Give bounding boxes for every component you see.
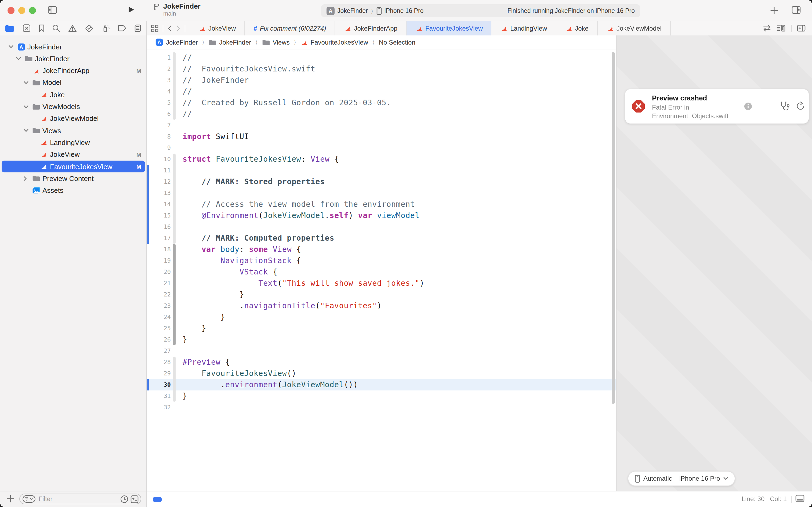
close-window-button[interactable]	[7, 7, 14, 14]
code-line-10[interactable]: 10struct FavouriteJokesView: View {	[147, 154, 616, 165]
code-line-15[interactable]: 15 @Environment(JokeViewModel.self) var …	[147, 210, 616, 221]
scheme-name[interactable]: JokeFinder	[337, 7, 368, 14]
code-line-25[interactable]: 25 }	[147, 323, 616, 334]
debug-navigator-icon[interactable]	[101, 24, 110, 33]
forward-icon[interactable]	[176, 25, 180, 32]
code-line-17[interactable]: 17 // MARK: Computed properties	[147, 233, 616, 244]
issues-navigator-icon[interactable]	[68, 24, 77, 32]
tree-item-JokeFinder[interactable]: JokeFinder	[0, 53, 147, 65]
code-line-9[interactable]: 9	[147, 142, 616, 154]
tree-item-JokeViewModel[interactable]: JokeViewModel	[0, 113, 147, 125]
code-line-18[interactable]: 18 var body: some View {	[147, 244, 616, 255]
tree-item-LandingView[interactable]: LandingView	[0, 137, 147, 149]
code-line-21[interactable]: 21 Text("This will show saved jokes.")	[147, 278, 616, 289]
toggle-left-sidebar-icon[interactable]	[48, 6, 57, 14]
code-line-30[interactable]: 30 .environment(JokeViewModel())	[147, 379, 616, 390]
code-line-5[interactable]: 5// Created by Russell Gordon on 2025-03…	[147, 97, 616, 109]
tree-item-JokeView[interactable]: JokeViewM	[0, 149, 147, 160]
disclosure-open-icon[interactable]	[16, 57, 21, 60]
code-line-32[interactable]: 32	[147, 402, 616, 413]
editor-tab-Fix comment (6f02274)[interactable]: #Fix comment (6f02274)	[245, 21, 335, 36]
search-navigator-icon[interactable]	[52, 24, 60, 32]
code-line-24[interactable]: 24 }	[147, 312, 616, 323]
run-destination[interactable]: iPhone 16 Pro	[385, 7, 424, 14]
related-items-icon[interactable]	[151, 24, 159, 32]
breadcrumb-Views[interactable]: Views	[262, 39, 290, 46]
editor-tab-JokeViewModel[interactable]: JokeViewModel	[598, 21, 671, 36]
recent-files-icon[interactable]	[120, 495, 128, 503]
toggle-right-sidebar-icon[interactable]	[792, 6, 801, 14]
editor-tab-JokeFinderApp[interactable]: JokeFinderApp	[335, 21, 406, 36]
tree-item-Views[interactable]: Views	[0, 125, 147, 136]
tree-item-Assets[interactable]: Assets	[0, 184, 147, 196]
editor-tab-JokeView[interactable]: JokeView	[189, 21, 245, 36]
code-line-16[interactable]: 16	[147, 221, 616, 233]
back-icon[interactable]	[168, 25, 172, 32]
tree-item-JokeFinderApp[interactable]: JokeFinderAppM	[0, 65, 147, 76]
disclosure-open-icon[interactable]	[23, 105, 28, 108]
tree-item-JokeFinder[interactable]: AJokeFinder	[0, 41, 147, 53]
editor-scrollbar[interactable]	[612, 52, 615, 404]
breadcrumb-JokeFinder[interactable]: AJokeFinder	[155, 38, 198, 46]
code-line-31[interactable]: 31}	[147, 390, 616, 402]
code-line-22[interactable]: 22 }	[147, 289, 616, 300]
bookmarks-navigator-icon[interactable]	[39, 24, 44, 32]
code-line-8[interactable]: 8import SwiftUI	[147, 131, 616, 142]
code-line-13[interactable]: 13	[147, 187, 616, 199]
reports-navigator-icon[interactable]	[134, 24, 141, 32]
minimize-window-button[interactable]	[18, 7, 25, 14]
editor-tab-FavouriteJokesView[interactable]: FavouriteJokesView	[407, 21, 491, 36]
tree-item-FavouriteJokesView[interactable]: FavouriteJokesViewM	[0, 161, 147, 172]
code-line-4[interactable]: 4//	[147, 86, 616, 97]
source-control-filter-icon[interactable]	[130, 495, 138, 503]
toggle-debug-area-icon[interactable]	[795, 495, 805, 502]
code-line-26[interactable]: 26}	[147, 334, 616, 345]
tree-item-Preview-Content[interactable]: Preview Content	[0, 173, 147, 184]
code-line-12[interactable]: 12 // MARK: Stored properties	[147, 176, 616, 187]
code-line-1[interactable]: 1//	[147, 52, 616, 63]
breadcrumb-No-Selection[interactable]: No Selection	[379, 39, 415, 46]
code-line-3[interactable]: 3// JokeFinder	[147, 75, 616, 86]
code-line-29[interactable]: 29 FavouriteJokesView()	[147, 368, 616, 379]
adjust-editor-options-icon[interactable]	[776, 25, 786, 32]
add-editor-icon[interactable]	[797, 25, 806, 32]
project-navigator-icon[interactable]	[5, 24, 14, 32]
code-line-19[interactable]: 19 NavigationStack {	[147, 255, 616, 266]
swap-editor-icon[interactable]	[763, 25, 771, 32]
code-line-7[interactable]: 7	[147, 120, 616, 131]
disclosure-open-icon[interactable]	[9, 45, 13, 48]
code-line-28[interactable]: 28#Preview {	[147, 357, 616, 368]
breadcrumb-JokeFinder[interactable]: JokeFinder	[209, 39, 251, 46]
diagnostics-icon[interactable]	[779, 101, 790, 111]
code-line-23[interactable]: 23 .navigationTitle("Favourites")	[147, 300, 616, 312]
code-line-27[interactable]: 27	[147, 345, 616, 357]
disclosure-closed-icon[interactable]	[23, 176, 27, 181]
code-area[interactable]: 1//2// FavouriteJokesView.swift3// JokeF…	[147, 49, 616, 491]
run-button[interactable]	[128, 6, 135, 13]
info-icon[interactable]	[744, 102, 752, 111]
add-file-icon[interactable]	[6, 495, 14, 503]
disclosure-open-icon[interactable]	[23, 81, 28, 84]
code-line-20[interactable]: 20 VStack {	[147, 266, 616, 278]
editor-tab-LandingView[interactable]: LandingView	[491, 21, 556, 36]
preview-device-picker[interactable]: Automatic – iPhone 16 Pro	[628, 471, 735, 486]
code-line-2[interactable]: 2// FavouriteJokesView.swift	[147, 63, 616, 75]
tree-item-Model[interactable]: Model	[0, 77, 147, 89]
retry-icon[interactable]	[796, 101, 805, 111]
breakpoints-navigator-icon[interactable]	[118, 25, 126, 32]
filter-field[interactable]	[19, 494, 141, 504]
code-line-14[interactable]: 14 // Access the view model from the env…	[147, 199, 616, 210]
disclosure-open-icon[interactable]	[23, 129, 28, 132]
scheme-status-bar[interactable]: A JokeFinder ⟩ iPhone 16 Pro Finished ru…	[321, 4, 640, 17]
code-line-11[interactable]: 11	[147, 165, 616, 176]
zoom-window-button[interactable]	[29, 7, 36, 14]
tests-navigator-icon[interactable]	[85, 24, 94, 33]
tree-item-ViewModels[interactable]: ViewModels	[0, 101, 147, 113]
editor-tab-Joke[interactable]: Joke	[556, 21, 598, 36]
add-button[interactable]	[770, 6, 778, 14]
breadcrumb-FavouriteJokesView[interactable]: FavouriteJokesView	[300, 39, 368, 46]
source-control-navigator-icon[interactable]	[22, 24, 31, 32]
tree-item-Joke[interactable]: Joke	[0, 89, 147, 101]
code-line-6[interactable]: 6//	[147, 109, 616, 120]
filter-menu-icon[interactable]	[22, 495, 36, 503]
